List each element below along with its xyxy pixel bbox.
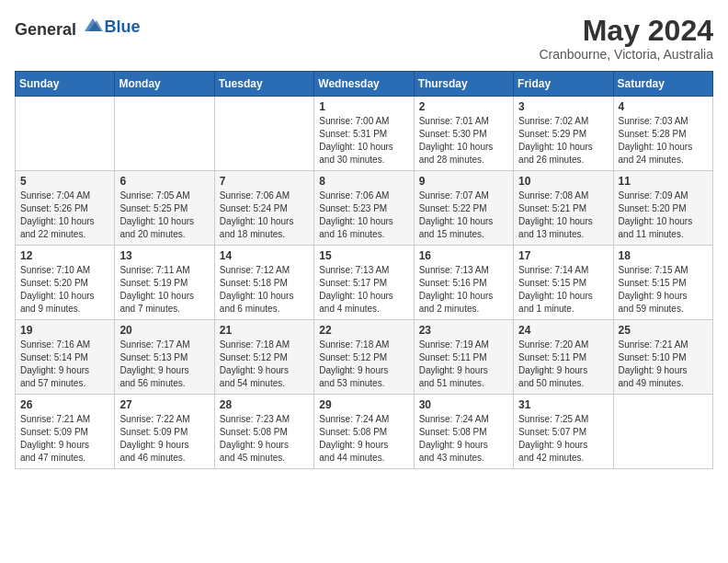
calendar-day-23: 23Sunrise: 7:19 AM Sunset: 5:11 PM Dayli… [414,320,513,395]
day-number: 16 [419,249,508,262]
day-info: Sunrise: 7:18 AM Sunset: 5:12 PM Dayligh… [220,339,309,390]
calendar-table: SundayMondayTuesdayWednesdayThursdayFrid… [15,71,713,469]
day-number: 28 [220,398,309,411]
day-info: Sunrise: 7:21 AM Sunset: 5:09 PM Dayligh… [20,413,109,465]
calendar-week-row: 26Sunrise: 7:21 AM Sunset: 5:09 PM Dayli… [16,395,713,469]
calendar-day-10: 10Sunrise: 7:08 AM Sunset: 5:21 PM Dayli… [514,171,613,246]
day-number: 13 [119,249,209,262]
calendar-day-1: 1Sunrise: 7:00 AM Sunset: 5:31 PM Daylig… [314,97,414,171]
title-section: May 2024 Cranbourne, Victoria, Australia [539,15,713,62]
day-number: 23 [419,324,508,337]
day-info: Sunrise: 7:03 AM Sunset: 5:28 PM Dayligh… [619,115,708,167]
day-number: 7 [220,175,309,188]
calendar-day-24: 24Sunrise: 7:20 AM Sunset: 5:11 PM Dayli… [514,320,613,395]
day-info: Sunrise: 7:01 AM Sunset: 5:30 PM Dayligh… [419,115,508,167]
day-info: Sunrise: 7:07 AM Sunset: 5:22 PM Dayligh… [419,190,508,241]
day-number: 14 [220,249,309,262]
day-number: 15 [319,249,408,262]
day-number: 5 [20,175,109,188]
weekday-header-saturday: Saturday [613,72,712,97]
day-info: Sunrise: 7:09 AM Sunset: 5:20 PM Dayligh… [619,190,708,241]
day-number: 4 [619,100,708,113]
weekday-header-row: SundayMondayTuesdayWednesdayThursdayFrid… [16,72,713,97]
calendar-day-25: 25Sunrise: 7:21 AM Sunset: 5:10 PM Dayli… [613,320,712,395]
day-number: 19 [20,324,109,337]
calendar-day-6: 6Sunrise: 7:05 AM Sunset: 5:25 PM Daylig… [115,171,214,246]
calendar-day-30: 30Sunrise: 7:24 AM Sunset: 5:08 PM Dayli… [414,395,513,469]
calendar-day-26: 26Sunrise: 7:21 AM Sunset: 5:09 PM Dayli… [16,395,115,469]
calendar-day-3: 3Sunrise: 7:02 AM Sunset: 5:29 PM Daylig… [514,97,613,171]
weekday-header-wednesday: Wednesday [314,72,414,97]
logo-blue-text: Blue [105,17,141,36]
weekday-header-friday: Friday [514,72,613,97]
day-number: 25 [619,324,708,337]
day-number: 8 [319,175,408,188]
day-number: 27 [119,398,209,411]
calendar-day-13: 13Sunrise: 7:11 AM Sunset: 5:19 PM Dayli… [115,246,214,320]
day-number: 10 [518,175,608,188]
day-info: Sunrise: 7:18 AM Sunset: 5:12 PM Dayligh… [319,339,408,390]
calendar-empty-cell [214,97,313,171]
day-number: 2 [419,100,508,113]
day-number: 6 [119,175,209,188]
calendar-day-14: 14Sunrise: 7:12 AM Sunset: 5:18 PM Dayli… [214,246,313,320]
day-info: Sunrise: 7:23 AM Sunset: 5:08 PM Dayligh… [220,413,309,465]
day-info: Sunrise: 7:15 AM Sunset: 5:15 PM Dayligh… [619,264,708,316]
calendar-day-7: 7Sunrise: 7:06 AM Sunset: 5:24 PM Daylig… [214,171,313,246]
calendar-day-17: 17Sunrise: 7:14 AM Sunset: 5:15 PM Dayli… [514,246,613,320]
calendar-empty-cell [613,395,712,469]
calendar-day-11: 11Sunrise: 7:09 AM Sunset: 5:20 PM Dayli… [613,171,712,246]
day-info: Sunrise: 7:10 AM Sunset: 5:20 PM Dayligh… [20,264,109,316]
day-info: Sunrise: 7:19 AM Sunset: 5:11 PM Dayligh… [419,339,508,390]
day-info: Sunrise: 7:22 AM Sunset: 5:09 PM Dayligh… [119,413,209,465]
calendar-week-row: 12Sunrise: 7:10 AM Sunset: 5:20 PM Dayli… [16,246,713,320]
day-info: Sunrise: 7:13 AM Sunset: 5:17 PM Dayligh… [319,264,408,316]
calendar-day-9: 9Sunrise: 7:07 AM Sunset: 5:22 PM Daylig… [414,171,513,246]
day-info: Sunrise: 7:08 AM Sunset: 5:21 PM Dayligh… [518,190,608,241]
day-info: Sunrise: 7:05 AM Sunset: 5:25 PM Dayligh… [119,190,209,241]
day-number: 24 [518,324,608,337]
day-number: 31 [518,398,608,411]
day-info: Sunrise: 7:14 AM Sunset: 5:15 PM Dayligh… [518,264,608,316]
calendar-day-31: 31Sunrise: 7:25 AM Sunset: 5:07 PM Dayli… [514,395,613,469]
calendar-day-5: 5Sunrise: 7:04 AM Sunset: 5:26 PM Daylig… [16,171,115,246]
day-number: 12 [20,249,109,262]
day-number: 21 [220,324,309,337]
day-info: Sunrise: 7:12 AM Sunset: 5:18 PM Dayligh… [220,264,309,316]
calendar-empty-cell [16,97,115,171]
weekday-header-sunday: Sunday [16,72,115,97]
day-number: 1 [319,100,408,113]
calendar-day-19: 19Sunrise: 7:16 AM Sunset: 5:14 PM Dayli… [16,320,115,395]
day-info: Sunrise: 7:24 AM Sunset: 5:08 PM Dayligh… [419,413,508,465]
calendar-day-12: 12Sunrise: 7:10 AM Sunset: 5:20 PM Dayli… [16,246,115,320]
calendar-day-16: 16Sunrise: 7:13 AM Sunset: 5:16 PM Dayli… [414,246,513,320]
calendar-day-4: 4Sunrise: 7:03 AM Sunset: 5:28 PM Daylig… [613,97,712,171]
day-number: 22 [319,324,408,337]
calendar-day-20: 20Sunrise: 7:17 AM Sunset: 5:13 PM Dayli… [115,320,214,395]
logo-general-text: General [15,20,76,39]
day-info: Sunrise: 7:06 AM Sunset: 5:23 PM Dayligh… [319,190,408,241]
day-info: Sunrise: 7:06 AM Sunset: 5:24 PM Dayligh… [220,190,309,241]
day-number: 3 [518,100,608,113]
calendar-day-2: 2Sunrise: 7:01 AM Sunset: 5:30 PM Daylig… [414,97,513,171]
day-info: Sunrise: 7:02 AM Sunset: 5:29 PM Dayligh… [518,115,608,167]
day-info: Sunrise: 7:11 AM Sunset: 5:19 PM Dayligh… [119,264,209,316]
day-info: Sunrise: 7:20 AM Sunset: 5:11 PM Dayligh… [518,339,608,390]
day-number: 30 [419,398,508,411]
day-info: Sunrise: 7:04 AM Sunset: 5:26 PM Dayligh… [20,190,109,241]
month-title: May 2024 [539,15,713,47]
calendar-week-row: 1Sunrise: 7:00 AM Sunset: 5:31 PM Daylig… [16,97,713,171]
day-info: Sunrise: 7:25 AM Sunset: 5:07 PM Dayligh… [518,413,608,465]
day-info: Sunrise: 7:24 AM Sunset: 5:08 PM Dayligh… [319,413,408,465]
day-info: Sunrise: 7:17 AM Sunset: 5:13 PM Dayligh… [119,339,209,390]
calendar-day-18: 18Sunrise: 7:15 AM Sunset: 5:15 PM Dayli… [613,246,712,320]
day-number: 18 [619,249,708,262]
calendar-week-row: 19Sunrise: 7:16 AM Sunset: 5:14 PM Dayli… [16,320,713,395]
weekday-header-tuesday: Tuesday [214,72,313,97]
logo-icon [83,15,103,35]
calendar-day-21: 21Sunrise: 7:18 AM Sunset: 5:12 PM Dayli… [214,320,313,395]
day-info: Sunrise: 7:00 AM Sunset: 5:31 PM Dayligh… [319,115,408,167]
weekday-header-thursday: Thursday [414,72,513,97]
calendar-day-28: 28Sunrise: 7:23 AM Sunset: 5:08 PM Dayli… [214,395,313,469]
day-info: Sunrise: 7:13 AM Sunset: 5:16 PM Dayligh… [419,264,508,316]
